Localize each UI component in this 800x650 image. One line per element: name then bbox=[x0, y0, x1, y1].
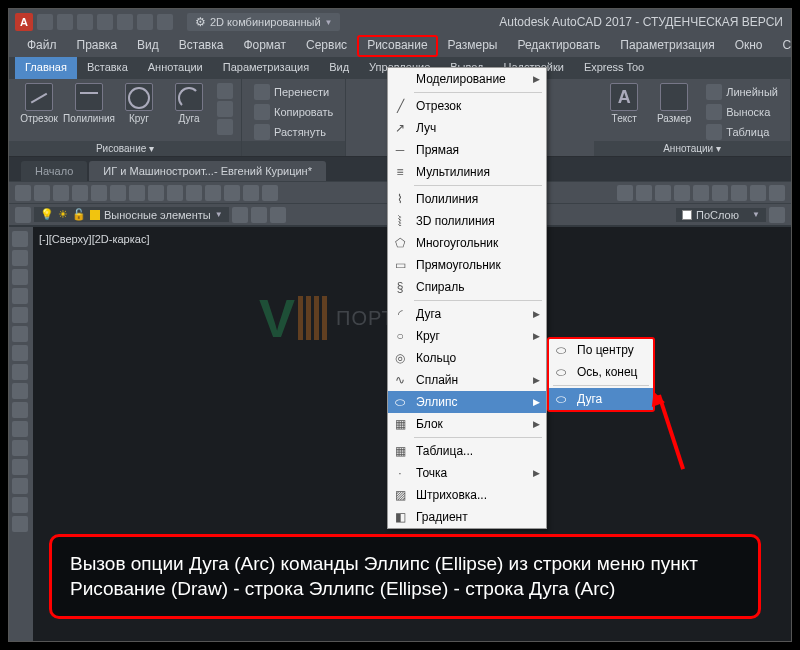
tb-icon[interactable] bbox=[167, 185, 183, 201]
menuitem-rectangle[interactable]: ▭Прямоугольник bbox=[388, 254, 546, 276]
menu-insert[interactable]: Вставка bbox=[169, 35, 234, 57]
menuitem-donut[interactable]: ◎Кольцо bbox=[388, 347, 546, 369]
tb-icon[interactable] bbox=[262, 185, 278, 201]
table-button[interactable]: Таблица bbox=[702, 123, 782, 141]
tool-icon[interactable] bbox=[12, 364, 28, 380]
move-button[interactable]: Перенести bbox=[250, 83, 337, 101]
doc-tab-active[interactable]: ИГ и Машиностроит...- Евгений Курицин* bbox=[89, 161, 326, 181]
tb-icon[interactable] bbox=[243, 185, 259, 201]
open-icon[interactable] bbox=[57, 14, 73, 30]
menuitem-ellipse[interactable]: ⬭Эллипс▶ bbox=[388, 391, 546, 413]
submenu-center[interactable]: ⬭По центру bbox=[549, 339, 653, 361]
text-button[interactable]: AТекст bbox=[602, 83, 646, 124]
tab-insert[interactable]: Вставка bbox=[77, 57, 138, 79]
polyline-button[interactable]: Полилиния bbox=[67, 83, 111, 124]
submenu-arc[interactable]: ⬭Дуга bbox=[549, 388, 653, 410]
tb-icon[interactable] bbox=[769, 185, 785, 201]
tb-icon[interactable] bbox=[693, 185, 709, 201]
tool-icon[interactable] bbox=[12, 383, 28, 399]
save-icon[interactable] bbox=[77, 14, 93, 30]
line-button[interactable]: Отрезок bbox=[17, 83, 61, 124]
menu-modify[interactable]: Редактировать bbox=[507, 35, 610, 57]
color-dropdown[interactable]: ПоСлою ▼ bbox=[676, 208, 766, 222]
redo-icon[interactable] bbox=[157, 14, 173, 30]
circle-button[interactable]: Круг bbox=[117, 83, 161, 124]
leader-button[interactable]: Выноска bbox=[702, 103, 782, 121]
hatch-icon[interactable] bbox=[217, 119, 233, 135]
menuitem-3dpoly[interactable]: ⦚3D полилиния bbox=[388, 210, 546, 232]
menuitem-ray[interactable]: ↗Луч bbox=[388, 117, 546, 139]
menu-parametric[interactable]: Параметризация bbox=[610, 35, 724, 57]
tb-icon[interactable] bbox=[205, 185, 221, 201]
menu-window[interactable]: Окно bbox=[725, 35, 773, 57]
plot-icon[interactable] bbox=[117, 14, 133, 30]
tb-icon[interactable] bbox=[224, 185, 240, 201]
menuitem-helix[interactable]: §Спираль bbox=[388, 276, 546, 298]
tool-icon[interactable] bbox=[12, 497, 28, 513]
submenu-axis-end[interactable]: ⬭Ось, конец bbox=[549, 361, 653, 383]
menuitem-hatch[interactable]: ▨Штриховка... bbox=[388, 484, 546, 506]
menuitem-point[interactable]: ·Точка▶ bbox=[388, 462, 546, 484]
arc-button[interactable]: Дуга bbox=[167, 83, 211, 124]
stretch-button[interactable]: Растянуть bbox=[250, 123, 337, 141]
tool-icon[interactable] bbox=[12, 516, 28, 532]
doc-tab-start[interactable]: Начало bbox=[21, 161, 87, 181]
undo-icon[interactable] bbox=[137, 14, 153, 30]
tb-icon[interactable] bbox=[655, 185, 671, 201]
tb-icon[interactable] bbox=[148, 185, 164, 201]
menu-draw[interactable]: Рисование bbox=[357, 35, 437, 57]
tool-icon[interactable] bbox=[12, 307, 28, 323]
menu-dimension[interactable]: Размеры bbox=[438, 35, 508, 57]
menu-tools[interactable]: Сервис bbox=[296, 35, 357, 57]
rect-icon[interactable] bbox=[217, 83, 233, 99]
menuitem-line[interactable]: ╱Отрезок bbox=[388, 95, 546, 117]
tb-icon[interactable] bbox=[232, 207, 248, 223]
tb-icon[interactable] bbox=[91, 185, 107, 201]
tb-icon[interactable] bbox=[15, 207, 31, 223]
tb-icon[interactable] bbox=[15, 185, 31, 201]
menuitem-mline[interactable]: ≡Мультилиния bbox=[388, 161, 546, 183]
menuitem-polygon[interactable]: ⬠Многоугольник bbox=[388, 232, 546, 254]
tool-icon[interactable] bbox=[12, 231, 28, 247]
tb-icon[interactable] bbox=[712, 185, 728, 201]
tb-icon[interactable] bbox=[769, 207, 785, 223]
tool-icon[interactable] bbox=[12, 345, 28, 361]
tool-icon[interactable] bbox=[12, 421, 28, 437]
menuitem-spline[interactable]: ∿Сплайн▶ bbox=[388, 369, 546, 391]
tb-icon[interactable] bbox=[636, 185, 652, 201]
tab-parametric[interactable]: Параметризация bbox=[213, 57, 319, 79]
tool-icon[interactable] bbox=[12, 326, 28, 342]
menu-format[interactable]: Формат bbox=[233, 35, 296, 57]
tb-icon[interactable] bbox=[72, 185, 88, 201]
tb-icon[interactable] bbox=[53, 185, 69, 201]
tool-icon[interactable] bbox=[12, 250, 28, 266]
tool-icon[interactable] bbox=[12, 478, 28, 494]
tool-icon[interactable] bbox=[12, 440, 28, 456]
app-menu-button[interactable]: A bbox=[15, 13, 33, 31]
tb-icon[interactable] bbox=[186, 185, 202, 201]
tab-view[interactable]: Вид bbox=[319, 57, 359, 79]
tb-icon[interactable] bbox=[617, 185, 633, 201]
workspace-dropdown[interactable]: ⚙ 2D комбинированный ▼ bbox=[187, 13, 340, 31]
tb-icon[interactable] bbox=[674, 185, 690, 201]
panel-draw-title[interactable]: Рисование ▾ bbox=[9, 141, 241, 156]
dimension-button[interactable]: Размер bbox=[652, 83, 696, 124]
tb-icon[interactable] bbox=[731, 185, 747, 201]
menuitem-circle[interactable]: ○Круг▶ bbox=[388, 325, 546, 347]
menuitem-block[interactable]: ▦Блок▶ bbox=[388, 413, 546, 435]
linear-dim-button[interactable]: Линейный bbox=[702, 83, 782, 101]
menuitem-table[interactable]: ▦Таблица... bbox=[388, 440, 546, 462]
copy-button[interactable]: Копировать bbox=[250, 103, 337, 121]
tb-icon[interactable] bbox=[34, 185, 50, 201]
tb-icon[interactable] bbox=[270, 207, 286, 223]
menu-file[interactable]: Файл bbox=[17, 35, 67, 57]
panel-annotation-title[interactable]: Аннотации ▾ bbox=[594, 141, 790, 156]
menuitem-xline[interactable]: ─Прямая bbox=[388, 139, 546, 161]
tab-annotate[interactable]: Аннотации bbox=[138, 57, 213, 79]
tab-express[interactable]: Express Too bbox=[574, 57, 654, 79]
menuitem-arc[interactable]: ◜Дуга▶ bbox=[388, 303, 546, 325]
tb-icon[interactable] bbox=[750, 185, 766, 201]
menuitem-modeling[interactable]: Моделирование▶ bbox=[388, 68, 546, 90]
saveas-icon[interactable] bbox=[97, 14, 113, 30]
layer-dropdown[interactable]: 💡 ☀ 🔓 Выносные элементы ▼ bbox=[34, 207, 229, 222]
